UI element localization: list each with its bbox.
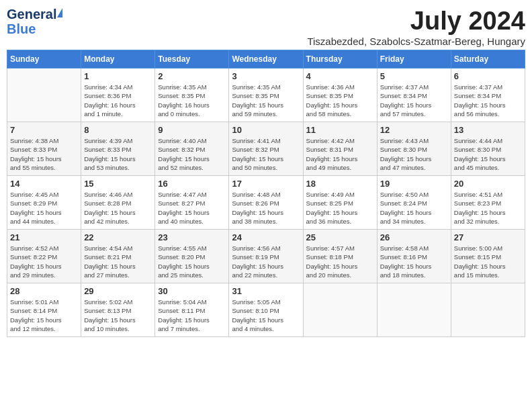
day-info: Sunrise: 4:57 AM Sunset: 8:18 PM Dayligh… bbox=[306, 244, 374, 279]
day-number: 22 bbox=[84, 232, 152, 242]
calendar-cell: 23Sunrise: 4:55 AM Sunset: 8:20 PM Dayli… bbox=[155, 230, 229, 283]
calendar-cell: 31Sunrise: 5:05 AM Sunset: 8:10 PM Dayli… bbox=[229, 283, 303, 337]
calendar-cell: 3Sunrise: 4:35 AM Sunset: 8:35 PM Daylig… bbox=[229, 68, 303, 122]
day-number: 3 bbox=[232, 71, 300, 81]
day-info: Sunrise: 4:54 AM Sunset: 8:21 PM Dayligh… bbox=[84, 244, 152, 279]
calendar-cell: 7Sunrise: 4:38 AM Sunset: 8:33 PM Daylig… bbox=[7, 122, 81, 176]
calendar-cell: 4Sunrise: 4:36 AM Sunset: 8:35 PM Daylig… bbox=[303, 68, 377, 122]
day-info: Sunrise: 4:42 AM Sunset: 8:31 PM Dayligh… bbox=[306, 136, 374, 172]
calendar-cell: 13Sunrise: 4:44 AM Sunset: 8:30 PM Dayli… bbox=[451, 122, 525, 176]
day-number: 28 bbox=[10, 286, 78, 296]
day-info: Sunrise: 5:02 AM Sunset: 8:13 PM Dayligh… bbox=[84, 298, 152, 333]
month-title: July 2024 bbox=[307, 7, 525, 36]
day-info: Sunrise: 5:04 AM Sunset: 8:11 PM Dayligh… bbox=[158, 298, 226, 333]
header-row: SundayMondayTuesdayWednesdayThursdayFrid… bbox=[7, 50, 525, 68]
logo: General Blue bbox=[7, 7, 62, 36]
day-number: 11 bbox=[306, 125, 374, 135]
day-info: Sunrise: 4:56 AM Sunset: 8:19 PM Dayligh… bbox=[232, 244, 300, 279]
calendar-cell: 28Sunrise: 5:01 AM Sunset: 8:14 PM Dayli… bbox=[7, 283, 81, 337]
calendar-cell: 1Sunrise: 4:34 AM Sunset: 8:36 PM Daylig… bbox=[81, 68, 155, 122]
logo-general: General bbox=[7, 7, 56, 21]
header-day-wednesday: Wednesday bbox=[229, 50, 303, 68]
day-info: Sunrise: 4:47 AM Sunset: 8:27 PM Dayligh… bbox=[158, 190, 226, 226]
header-day-tuesday: Tuesday bbox=[155, 50, 229, 68]
calendar-cell: 5Sunrise: 4:37 AM Sunset: 8:34 PM Daylig… bbox=[377, 68, 451, 122]
calendar-cell: 14Sunrise: 4:45 AM Sunset: 8:29 PM Dayli… bbox=[7, 176, 81, 230]
page-header: General Blue July 2024 Tiszabezded, Szab… bbox=[7, 7, 525, 47]
day-number: 1 bbox=[84, 71, 152, 81]
day-number: 21 bbox=[10, 232, 78, 242]
calendar-cell: 26Sunrise: 4:58 AM Sunset: 8:16 PM Dayli… bbox=[377, 230, 451, 283]
calendar-cell: 11Sunrise: 4:42 AM Sunset: 8:31 PM Dayli… bbox=[303, 122, 377, 176]
day-number: 30 bbox=[158, 286, 226, 296]
day-number: 26 bbox=[380, 232, 448, 242]
day-info: Sunrise: 4:49 AM Sunset: 8:25 PM Dayligh… bbox=[306, 190, 374, 226]
day-number: 4 bbox=[306, 71, 374, 81]
day-info: Sunrise: 4:55 AM Sunset: 8:20 PM Dayligh… bbox=[158, 244, 226, 279]
calendar-cell: 27Sunrise: 5:00 AM Sunset: 8:15 PM Dayli… bbox=[451, 230, 525, 283]
location: Tiszabezded, Szabolcs-Szatmar-Bereg, Hun… bbox=[307, 36, 525, 47]
calendar-cell bbox=[303, 283, 377, 337]
header-day-sunday: Sunday bbox=[7, 50, 81, 68]
day-number: 31 bbox=[232, 286, 300, 296]
calendar-cell: 29Sunrise: 5:02 AM Sunset: 8:13 PM Dayli… bbox=[81, 283, 155, 337]
day-number: 19 bbox=[380, 179, 448, 189]
calendar-cell bbox=[377, 283, 451, 337]
week-row-1: 1Sunrise: 4:34 AM Sunset: 8:36 PM Daylig… bbox=[7, 68, 525, 122]
header-day-friday: Friday bbox=[377, 50, 451, 68]
calendar-cell: 10Sunrise: 4:41 AM Sunset: 8:32 PM Dayli… bbox=[229, 122, 303, 176]
header-day-monday: Monday bbox=[81, 50, 155, 68]
day-number: 18 bbox=[306, 179, 374, 189]
calendar-cell: 20Sunrise: 4:51 AM Sunset: 8:23 PM Dayli… bbox=[451, 176, 525, 230]
calendar-header: SundayMondayTuesdayWednesdayThursdayFrid… bbox=[7, 50, 525, 68]
calendar-cell: 6Sunrise: 4:37 AM Sunset: 8:34 PM Daylig… bbox=[451, 68, 525, 122]
day-number: 15 bbox=[84, 179, 152, 189]
day-info: Sunrise: 4:48 AM Sunset: 8:26 PM Dayligh… bbox=[232, 190, 300, 226]
day-info: Sunrise: 4:41 AM Sunset: 8:32 PM Dayligh… bbox=[232, 136, 300, 172]
day-number: 17 bbox=[232, 179, 300, 189]
calendar-cell: 8Sunrise: 4:39 AM Sunset: 8:33 PM Daylig… bbox=[81, 122, 155, 176]
day-number: 20 bbox=[454, 179, 522, 189]
day-number: 23 bbox=[158, 232, 226, 242]
day-info: Sunrise: 4:35 AM Sunset: 8:35 PM Dayligh… bbox=[158, 83, 226, 118]
calendar-cell: 2Sunrise: 4:35 AM Sunset: 8:35 PM Daylig… bbox=[155, 68, 229, 122]
day-info: Sunrise: 4:44 AM Sunset: 8:30 PM Dayligh… bbox=[454, 136, 522, 172]
day-info: Sunrise: 5:01 AM Sunset: 8:14 PM Dayligh… bbox=[10, 298, 78, 333]
week-row-4: 21Sunrise: 4:52 AM Sunset: 8:22 PM Dayli… bbox=[7, 230, 525, 283]
day-info: Sunrise: 4:37 AM Sunset: 8:34 PM Dayligh… bbox=[454, 83, 522, 118]
day-number: 7 bbox=[10, 125, 78, 135]
day-number: 8 bbox=[84, 125, 152, 135]
day-info: Sunrise: 4:58 AM Sunset: 8:16 PM Dayligh… bbox=[380, 244, 448, 279]
day-number: 24 bbox=[232, 232, 300, 242]
day-number: 6 bbox=[454, 71, 522, 81]
calendar-table: SundayMondayTuesdayWednesdayThursdayFrid… bbox=[7, 50, 525, 337]
day-info: Sunrise: 5:05 AM Sunset: 8:10 PM Dayligh… bbox=[232, 298, 300, 333]
calendar-cell: 17Sunrise: 4:48 AM Sunset: 8:26 PM Dayli… bbox=[229, 176, 303, 230]
day-info: Sunrise: 4:43 AM Sunset: 8:30 PM Dayligh… bbox=[380, 136, 448, 172]
calendar-cell: 24Sunrise: 4:56 AM Sunset: 8:19 PM Dayli… bbox=[229, 230, 303, 283]
day-info: Sunrise: 4:37 AM Sunset: 8:34 PM Dayligh… bbox=[380, 83, 448, 118]
day-number: 10 bbox=[232, 125, 300, 135]
day-info: Sunrise: 4:52 AM Sunset: 8:22 PM Dayligh… bbox=[10, 244, 78, 279]
calendar-cell: 12Sunrise: 4:43 AM Sunset: 8:30 PM Dayli… bbox=[377, 122, 451, 176]
calendar-cell: 21Sunrise: 4:52 AM Sunset: 8:22 PM Dayli… bbox=[7, 230, 81, 283]
calendar-cell: 30Sunrise: 5:04 AM Sunset: 8:11 PM Dayli… bbox=[155, 283, 229, 337]
day-info: Sunrise: 4:39 AM Sunset: 8:33 PM Dayligh… bbox=[84, 136, 152, 172]
calendar-cell: 19Sunrise: 4:50 AM Sunset: 8:24 PM Dayli… bbox=[377, 176, 451, 230]
day-number: 2 bbox=[158, 71, 226, 81]
day-number: 14 bbox=[10, 179, 78, 189]
calendar-cell: 9Sunrise: 4:40 AM Sunset: 8:32 PM Daylig… bbox=[155, 122, 229, 176]
day-info: Sunrise: 5:00 AM Sunset: 8:15 PM Dayligh… bbox=[454, 244, 522, 279]
day-number: 13 bbox=[454, 125, 522, 135]
title-block: July 2024 Tiszabezded, Szabolcs-Szatmar-… bbox=[307, 7, 525, 47]
calendar-cell bbox=[451, 283, 525, 337]
calendar-cell: 16Sunrise: 4:47 AM Sunset: 8:27 PM Dayli… bbox=[155, 176, 229, 230]
logo-blue: Blue bbox=[7, 21, 62, 36]
week-row-2: 7Sunrise: 4:38 AM Sunset: 8:33 PM Daylig… bbox=[7, 122, 525, 176]
day-info: Sunrise: 4:40 AM Sunset: 8:32 PM Dayligh… bbox=[158, 136, 226, 172]
day-info: Sunrise: 4:38 AM Sunset: 8:33 PM Dayligh… bbox=[10, 136, 78, 172]
day-info: Sunrise: 4:51 AM Sunset: 8:23 PM Dayligh… bbox=[454, 190, 522, 226]
day-info: Sunrise: 4:35 AM Sunset: 8:35 PM Dayligh… bbox=[232, 83, 300, 118]
calendar-cell: 22Sunrise: 4:54 AM Sunset: 8:21 PM Dayli… bbox=[81, 230, 155, 283]
day-info: Sunrise: 4:46 AM Sunset: 8:28 PM Dayligh… bbox=[84, 190, 152, 226]
